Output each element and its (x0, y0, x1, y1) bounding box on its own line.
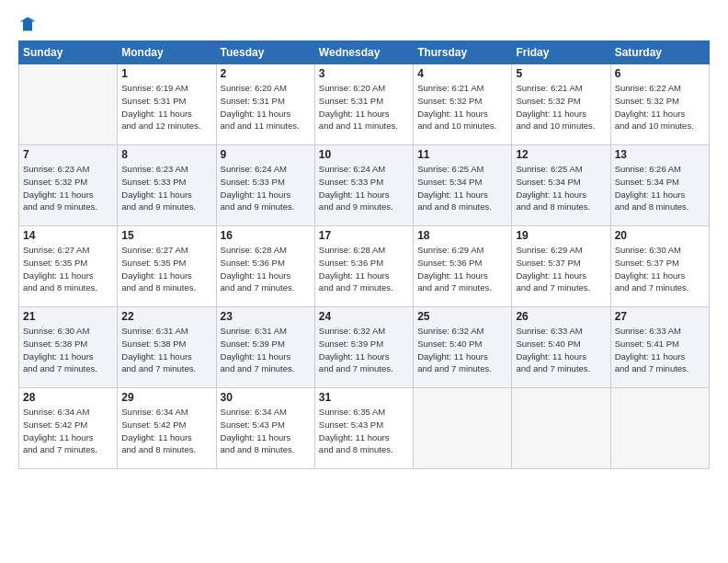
sunrise-text: Sunrise: 6:24 AM (319, 164, 385, 174)
sunset-text: Sunset: 5:32 PM (417, 96, 482, 106)
sunset-text: Sunset: 5:32 PM (516, 96, 580, 106)
daylight-text-1: Daylight: 11 hours (319, 351, 390, 362)
sunrise-text: Sunrise: 6:21 AM (516, 83, 582, 93)
calendar-day-cell: 25Sunrise: 6:32 AMSunset: 5:40 PMDayligh… (414, 307, 512, 388)
day-number: 14 (23, 229, 113, 242)
sunrise-text: Sunrise: 6:27 AM (121, 245, 188, 255)
weekday-header-monday: Monday (118, 41, 216, 64)
day-info: Sunrise: 6:34 AMSunset: 5:42 PMDaylight:… (23, 406, 113, 456)
sunset-text: Sunset: 5:31 PM (221, 96, 285, 106)
daylight-text-1: Daylight: 11 hours (121, 190, 192, 200)
day-number: 1 (121, 67, 211, 80)
weekday-header-row: SundayMondayTuesdayWednesdayThursdayFrid… (19, 41, 710, 64)
day-number: 4 (417, 67, 507, 80)
day-number: 27 (615, 310, 705, 323)
calendar-day-cell (19, 64, 118, 145)
sunrise-text: Sunrise: 6:25 AM (417, 164, 483, 174)
weekday-header-saturday: Saturday (610, 41, 709, 64)
sunset-text: Sunset: 5:39 PM (221, 339, 285, 349)
day-info: Sunrise: 6:25 AMSunset: 5:34 PMDaylight:… (417, 163, 507, 213)
sunrise-text: Sunrise: 6:33 AM (516, 326, 582, 336)
sunset-text: Sunset: 5:35 PM (121, 258, 186, 268)
day-number: 24 (319, 310, 409, 323)
calendar-week-row: 14Sunrise: 6:27 AMSunset: 5:35 PMDayligh… (19, 226, 710, 307)
daylight-text-1: Daylight: 11 hours (615, 109, 686, 119)
day-info: Sunrise: 6:30 AMSunset: 5:37 PMDaylight:… (615, 244, 705, 294)
daylight-text-1: Daylight: 11 hours (121, 109, 192, 119)
calendar-day-cell: 4Sunrise: 6:21 AMSunset: 5:32 PMDaylight… (414, 64, 512, 145)
day-info: Sunrise: 6:28 AMSunset: 5:36 PMDaylight:… (221, 244, 311, 294)
sunrise-text: Sunrise: 6:28 AM (221, 245, 287, 255)
calendar-day-cell: 10Sunrise: 6:24 AMSunset: 5:33 PMDayligh… (314, 145, 413, 226)
daylight-text-2: and and 7 minutes. (23, 363, 97, 373)
daylight-text-1: Daylight: 11 hours (221, 351, 291, 362)
sunset-text: Sunset: 5:42 PM (121, 419, 186, 430)
daylight-text-1: Daylight: 11 hours (417, 109, 488, 119)
day-number: 5 (516, 67, 606, 80)
logo (18, 15, 40, 33)
calendar-day-cell: 24Sunrise: 6:32 AMSunset: 5:39 PMDayligh… (314, 307, 413, 388)
daylight-text-2: and and 7 minutes. (221, 282, 295, 293)
day-info: Sunrise: 6:23 AMSunset: 5:33 PMDaylight:… (121, 163, 211, 213)
sunset-text: Sunset: 5:43 PM (319, 419, 383, 430)
calendar-day-cell: 15Sunrise: 6:27 AMSunset: 5:35 PMDayligh… (118, 226, 216, 307)
day-info: Sunrise: 6:35 AMSunset: 5:43 PMDaylight:… (319, 406, 409, 456)
daylight-text-1: Daylight: 11 hours (23, 270, 94, 281)
daylight-text-2: and and 7 minutes. (615, 363, 689, 373)
calendar-table: SundayMondayTuesdayWednesdayThursdayFrid… (18, 40, 710, 469)
daylight-text-2: and and 8 minutes. (221, 444, 295, 454)
day-number: 8 (121, 148, 211, 161)
sunset-text: Sunset: 5:40 PM (516, 339, 580, 349)
daylight-text-2: and and 12 minutes. (121, 121, 200, 131)
calendar-day-cell (610, 388, 709, 469)
daylight-text-2: and and 7 minutes. (615, 282, 689, 293)
daylight-text-1: Daylight: 11 hours (319, 109, 390, 119)
sunrise-text: Sunrise: 6:34 AM (221, 407, 287, 417)
day-number: 17 (319, 229, 409, 242)
daylight-text-2: and and 7 minutes. (23, 444, 97, 454)
sunrise-text: Sunrise: 6:25 AM (516, 164, 582, 174)
header (18, 15, 710, 33)
daylight-text-2: and and 8 minutes. (23, 282, 97, 293)
day-number: 21 (23, 310, 113, 323)
sunrise-text: Sunrise: 6:23 AM (121, 164, 188, 174)
sunrise-text: Sunrise: 6:35 AM (319, 407, 385, 417)
calendar-day-cell: 19Sunrise: 6:29 AMSunset: 5:37 PMDayligh… (512, 226, 610, 307)
day-info: Sunrise: 6:20 AMSunset: 5:31 PMDaylight:… (221, 82, 311, 132)
sunrise-text: Sunrise: 6:20 AM (221, 83, 287, 93)
daylight-text-2: and and 10 minutes. (516, 121, 595, 131)
calendar-week-row: 7Sunrise: 6:23 AMSunset: 5:32 PMDaylight… (19, 145, 710, 226)
day-info: Sunrise: 6:27 AMSunset: 5:35 PMDaylight:… (23, 244, 113, 294)
sunset-text: Sunset: 5:32 PM (615, 96, 679, 106)
daylight-text-2: and and 8 minutes. (121, 444, 196, 454)
sunrise-text: Sunrise: 6:22 AM (615, 83, 681, 93)
daylight-text-1: Daylight: 11 hours (417, 270, 488, 281)
day-number: 19 (516, 229, 606, 242)
day-info: Sunrise: 6:23 AMSunset: 5:32 PMDaylight:… (23, 163, 113, 213)
sunset-text: Sunset: 5:31 PM (121, 96, 186, 106)
day-info: Sunrise: 6:21 AMSunset: 5:32 PMDaylight:… (417, 82, 507, 132)
sunset-text: Sunset: 5:34 PM (615, 177, 679, 187)
sunset-text: Sunset: 5:35 PM (23, 258, 87, 268)
sunset-text: Sunset: 5:32 PM (23, 177, 87, 187)
calendar-day-cell: 5Sunrise: 6:21 AMSunset: 5:32 PMDaylight… (512, 64, 610, 145)
day-info: Sunrise: 6:20 AMSunset: 5:31 PMDaylight:… (319, 82, 409, 132)
daylight-text-2: and and 10 minutes. (615, 121, 694, 131)
calendar-day-cell: 17Sunrise: 6:28 AMSunset: 5:36 PMDayligh… (314, 226, 413, 307)
day-number: 7 (23, 148, 113, 161)
day-info: Sunrise: 6:32 AMSunset: 5:39 PMDaylight:… (319, 325, 409, 375)
sunrise-text: Sunrise: 6:24 AM (221, 164, 287, 174)
day-number: 16 (221, 229, 311, 242)
daylight-text-1: Daylight: 11 hours (516, 351, 586, 362)
sunset-text: Sunset: 5:38 PM (121, 339, 186, 349)
sunset-text: Sunset: 5:38 PM (23, 339, 87, 349)
day-info: Sunrise: 6:25 AMSunset: 5:34 PMDaylight:… (516, 163, 606, 213)
daylight-text-2: and and 9 minutes. (319, 201, 393, 212)
daylight-text-1: Daylight: 11 hours (615, 190, 686, 200)
calendar-day-cell: 18Sunrise: 6:29 AMSunset: 5:36 PMDayligh… (414, 226, 512, 307)
calendar-day-cell: 14Sunrise: 6:27 AMSunset: 5:35 PMDayligh… (19, 226, 118, 307)
sunrise-text: Sunrise: 6:29 AM (516, 245, 582, 255)
sunrise-text: Sunrise: 6:31 AM (221, 326, 287, 336)
daylight-text-2: and and 8 minutes. (516, 201, 590, 212)
day-number: 3 (319, 67, 409, 80)
